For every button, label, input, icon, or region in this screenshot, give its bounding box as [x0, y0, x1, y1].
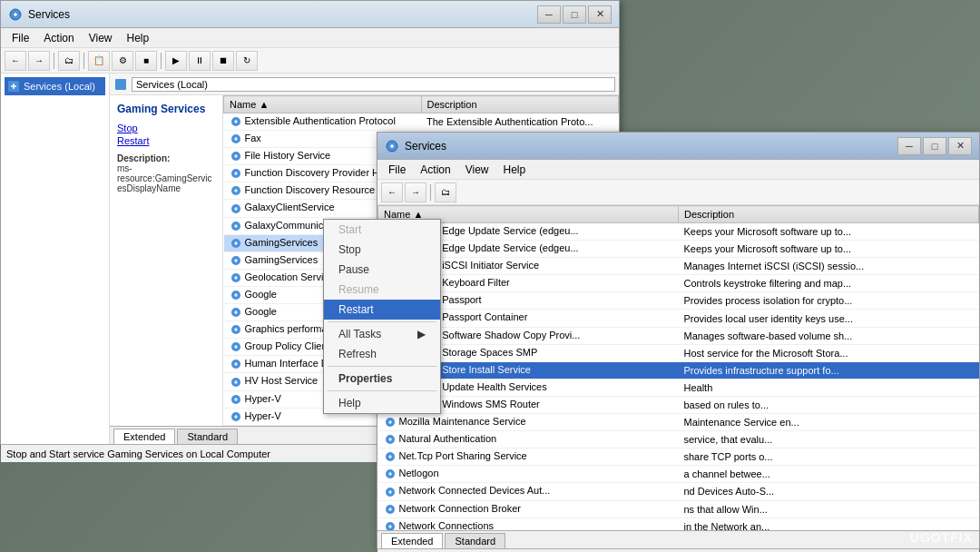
address-input[interactable]	[132, 77, 615, 92]
toolbar-separator-2	[83, 53, 84, 69]
table-row[interactable]: Microsoft Storage Spaces SMP Host servic…	[378, 344, 979, 361]
ctx-stop[interactable]: Stop	[324, 240, 440, 260]
service-name-cell: Net.Tcp Port Sharing Service	[378, 448, 679, 466]
second-menu-action[interactable]: Action	[413, 162, 457, 178]
table-row[interactable]: Mozilla Maintenance Service Maintenance …	[378, 414, 979, 431]
table-row[interactable]: Natural Authentication service, that eva…	[378, 431, 979, 448]
ctx-start[interactable]: Start	[324, 220, 440, 240]
table-row[interactable]: Netlogon a channel betwee...	[378, 466, 979, 483]
table-row[interactable]: Microsoft Software Shadow Copy Provi... …	[378, 327, 979, 344]
table-row[interactable]: Net.Tcp Port Sharing Service share TCP p…	[378, 448, 979, 466]
service-icon	[230, 271, 242, 284]
second-forward-button[interactable]: →	[405, 182, 426, 202]
toolbar-separator-1	[54, 53, 54, 69]
properties-button[interactable]: 📋	[88, 51, 110, 71]
tab-extended[interactable]: Extended	[113, 429, 175, 444]
service-desc-cell: Provides local user identity keys use...	[679, 310, 979, 327]
back-button[interactable]: ←	[5, 51, 26, 71]
close-button[interactable]: ✕	[588, 5, 612, 24]
service-icon	[230, 289, 242, 301]
second-col-header-description[interactable]: Description	[679, 206, 979, 223]
info-panel: Gaming Services Stop Restart Description…	[110, 95, 223, 426]
service-desc-cell: share TCP ports o...	[679, 448, 979, 466]
service-icon	[230, 393, 242, 406]
ctx-pause[interactable]: Pause	[324, 260, 440, 280]
table-row[interactable]: Microsoft Passport Container Provides lo…	[378, 310, 979, 327]
col-header-description[interactable]: Description	[421, 96, 619, 113]
service-icon	[230, 306, 242, 319]
second-folder-button[interactable]: 🗂	[435, 182, 456, 202]
menu-view[interactable]: View	[82, 30, 120, 46]
table-row[interactable]: Microsoft Edge Update Service (edgeu... …	[378, 223, 979, 241]
restart-button[interactable]: ↻	[236, 51, 258, 71]
service-icon	[230, 237, 242, 250]
table-row[interactable]: Microsoft Keyboard Filter Controls keyst…	[378, 275, 979, 292]
stop-link[interactable]: Stop	[117, 123, 215, 133]
tree-panel: Services (Local)	[1, 74, 110, 444]
ctx-help[interactable]: Help	[324, 393, 440, 413]
table-row[interactable]: Network Connected Devices Aut... nd Devi…	[378, 483, 979, 500]
second-tab-extended[interactable]: Extended	[381, 533, 443, 548]
main-toolbar: ← → 🗂 📋 ⚙ ■ ▶ ⏸ ⏹ ↻	[1, 48, 619, 74]
ctx-all-tasks[interactable]: All Tasks ▶	[324, 324, 440, 344]
second-tab-standard[interactable]: Standard	[445, 533, 505, 548]
services-button[interactable]: ⚙	[112, 51, 133, 71]
watermark: UGOTFIX	[910, 530, 973, 545]
second-back-button[interactable]: ←	[381, 182, 403, 202]
service-icon	[230, 150, 242, 163]
service-desc-cell: Keeps your Microsoft software up to...	[679, 223, 979, 241]
menu-action[interactable]: Action	[36, 30, 81, 46]
second-menu-help[interactable]: Help	[496, 162, 534, 178]
service-icon	[384, 416, 397, 429]
table-row[interactable]: Microsoft Edge Update Service (edgeu... …	[378, 241, 979, 258]
table-row[interactable]: Microsoft Update Health Services Health	[378, 379, 979, 396]
ctx-refresh[interactable]: Refresh	[324, 344, 440, 364]
ctx-resume[interactable]: Resume	[324, 280, 440, 300]
second-menu-file[interactable]: File	[381, 162, 413, 178]
minimize-button[interactable]: ─	[537, 5, 561, 24]
main-title-bar: Services ─ □ ✕	[1, 1, 619, 28]
col-header-name[interactable]: Name ▲	[224, 96, 422, 113]
folder-button[interactable]: 🗂	[58, 51, 80, 71]
play-button[interactable]: ▶	[165, 51, 187, 71]
table-row[interactable]: Microsoft Passport Provides process isol…	[378, 292, 979, 310]
table-row[interactable]: Microsoft Store Install Service Provides…	[378, 361, 979, 379]
services-window-icon	[8, 7, 23, 22]
second-services-table[interactable]: Name ▲ Description Microsoft Edge Update…	[377, 205, 979, 530]
info-heading: Gaming Services	[117, 103, 215, 115]
service-icon	[230, 184, 242, 197]
second-table-header-row: Name ▲ Description	[378, 206, 979, 223]
service-name-cell: Network Connection Broker	[378, 500, 679, 518]
table-row[interactable]: Network Connections in the Network an...	[378, 518, 979, 530]
menu-help[interactable]: Help	[120, 30, 157, 46]
second-status-bar: Stop and Start service Microsoft Store I…	[377, 548, 979, 552]
second-services-window: Services ─ □ ✕ File Action View Help ← →…	[377, 132, 980, 549]
table-header-row: Name ▲ Description	[224, 96, 619, 113]
pause-button[interactable]: ⏸	[189, 51, 211, 71]
tab-standard[interactable]: Standard	[177, 429, 238, 444]
service-desc-cell: Manages software-based volume sh...	[679, 327, 979, 344]
service-name-cell: Netlogon	[378, 466, 679, 483]
second-minimize-button[interactable]: ─	[897, 137, 921, 155]
menu-file[interactable]: File	[5, 30, 36, 46]
second-maximize-button[interactable]: □	[923, 137, 946, 155]
ctx-restart[interactable]: Restart	[324, 300, 440, 320]
stop-button[interactable]: ⏹	[212, 51, 234, 71]
tree-item-services-local[interactable]: Services (Local)	[5, 77, 105, 95]
ctx-properties[interactable]: Properties	[324, 369, 440, 389]
table-row[interactable]: Microsoft Windows SMS Router based on ru…	[378, 396, 979, 413]
stop-service-button[interactable]: ■	[135, 51, 157, 71]
service-icon	[230, 167, 242, 180]
second-menu-view[interactable]: View	[458, 162, 496, 178]
table-row[interactable]: Network Connection Broker ns that allow …	[378, 500, 979, 518]
service-desc-cell: Provides process isolation for crypto...	[679, 292, 979, 310]
table-row[interactable]: Extensible Authentication Protocol The E…	[224, 113, 619, 131]
second-content: Name ▲ Description Microsoft Edge Update…	[377, 205, 979, 530]
table-row[interactable]: Microsoft iSCSI Initiator Service Manage…	[378, 258, 979, 275]
forward-button[interactable]: →	[28, 51, 50, 71]
maximize-button[interactable]: □	[563, 5, 586, 24]
service-icon	[384, 503, 397, 516]
service-desc-cell: Controls keystroke filtering and map...	[679, 275, 979, 292]
second-close-button[interactable]: ✕	[948, 137, 972, 155]
restart-link[interactable]: Restart	[117, 135, 215, 146]
